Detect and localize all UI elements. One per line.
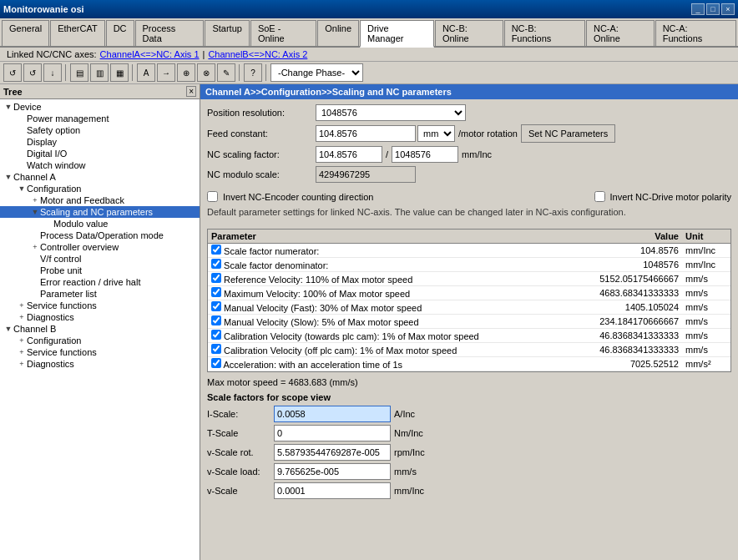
- feed-constant-input[interactable]: [316, 125, 416, 142]
- tab-general[interactable]: General: [2, 20, 49, 46]
- nc-scaling-unit: mm/Inc: [462, 149, 492, 159]
- toolbar-btn8[interactable]: ✎: [217, 63, 235, 82]
- tree-header: Tree ×: [0, 84, 200, 99]
- tree-channel-a[interactable]: ▼ Channel A: [0, 171, 200, 183]
- tree-modulo[interactable]: Modulo value: [0, 218, 200, 230]
- feed-unit-select[interactable]: mm: [417, 125, 455, 142]
- per-rotation-label: /motor rotation: [458, 129, 518, 139]
- tab-process-data[interactable]: Process Data: [135, 20, 205, 46]
- tree-power-mgmt[interactable]: Power management: [0, 113, 200, 124]
- scale-input-3[interactable]: [274, 463, 391, 480]
- table-row[interactable]: Manual Velocity (Slow): 5% of Max motor …: [208, 315, 730, 329]
- window-controls[interactable]: _ □ ×: [691, 3, 735, 15]
- table-row[interactable]: Scale factor numerator: 104.8576 mm/Inc: [208, 244, 730, 258]
- table-row[interactable]: Manual Velocity (Fast): 30% of Max motor…: [208, 300, 730, 315]
- row-checkbox-0[interactable]: [211, 245, 221, 255]
- row-checkbox-5[interactable]: [211, 315, 221, 325]
- help-btn[interactable]: ?: [244, 63, 262, 82]
- tree-error-reaction[interactable]: Error reaction / drive halt: [0, 276, 200, 288]
- row-checkbox-6[interactable]: [211, 330, 221, 340]
- tab-nca-online[interactable]: NC-A: Online: [586, 20, 655, 46]
- set-nc-params-btn[interactable]: Set NC Parameters: [521, 124, 615, 143]
- position-resolution-select[interactable]: 1048576: [316, 104, 466, 121]
- toolbar-btn5[interactable]: →: [157, 63, 175, 82]
- toolbar: ↺ ↺ ↓ ▤ ▥ ▦ A → ⊕ ⊗ ✎ ? -Change Phase-: [0, 62, 738, 84]
- close-button[interactable]: ×: [721, 3, 735, 15]
- tab-ethercat[interactable]: EtherCAT: [50, 20, 104, 46]
- row-checkbox-2[interactable]: [211, 273, 221, 283]
- tree-service-funcs-b[interactable]: + Service functions: [0, 346, 200, 358]
- tab-online[interactable]: Online: [317, 20, 359, 46]
- maximize-button[interactable]: □: [706, 3, 720, 15]
- row-checkbox-1[interactable]: [211, 259, 221, 269]
- toolbar-btn2[interactable]: ▥: [90, 63, 109, 82]
- toolbar-btn6[interactable]: ⊕: [177, 63, 195, 82]
- tree-diagnostics-a[interactable]: + Diagnostics: [0, 311, 200, 323]
- tab-ncb-functions[interactable]: NC-B: Functions: [504, 20, 585, 46]
- row-checkbox-4[interactable]: [211, 301, 221, 311]
- position-resolution-section: Position resolution: 1048576 Feed consta…: [200, 99, 738, 191]
- scale-unit-3: mm/s: [394, 467, 417, 477]
- table-row[interactable]: Scale factor denominator: 1048576 mm/Inc: [208, 258, 730, 272]
- tree-controller-overview[interactable]: + Controller overview: [0, 241, 200, 253]
- scale-input-0[interactable]: [274, 406, 391, 422]
- tab-nca-functions[interactable]: NC-A: Functions: [655, 20, 736, 46]
- tree-device[interactable]: ▼ Device: [0, 101, 200, 113]
- scale-input-1[interactable]: [274, 425, 391, 441]
- toolbar-btn7[interactable]: ⊗: [197, 63, 215, 82]
- nc-scaling-val2[interactable]: [392, 146, 458, 163]
- refresh2-btn[interactable]: ↺: [23, 63, 42, 82]
- tree-motor-feedback[interactable]: + Motor and Feedback: [0, 194, 200, 206]
- tree-digital-io[interactable]: Digital I/O: [0, 148, 200, 159]
- param-table: Parameter Value Unit Scale factor numera…: [208, 230, 730, 371]
- row-checkbox-8[interactable]: [211, 358, 221, 368]
- axis2-link[interactable]: ChannelB<=>NC: Axis 2: [208, 49, 307, 59]
- invert-encoder-checkbox[interactable]: [207, 191, 218, 202]
- tree-configuration[interactable]: ▼ Configuration: [0, 183, 200, 194]
- tree-scaling-nc[interactable]: ▼ Scaling and NC parameters: [0, 206, 200, 218]
- row-checkbox-3[interactable]: [211, 287, 221, 297]
- tree-safety[interactable]: Safety option: [0, 124, 200, 136]
- note-text: Default parameter settings for linked NC…: [207, 205, 731, 222]
- table-row[interactable]: Reference Velocity: 110% of Max motor sp…: [208, 272, 730, 286]
- menu-tabs: General EtherCAT DC Process Data Startup…: [0, 18, 738, 48]
- tree-config-b[interactable]: + Configuration: [0, 335, 200, 346]
- table-row[interactable]: Maximum Velocity: 100% of Max motor spee…: [208, 286, 730, 300]
- axis1-link[interactable]: ChannelA<=>NC: Axis 1: [100, 49, 200, 59]
- tree-display[interactable]: Display: [0, 136, 200, 148]
- tree-probe-unit[interactable]: Probe unit: [0, 265, 200, 276]
- refresh-btn[interactable]: ↺: [3, 63, 22, 82]
- tree-close-btn[interactable]: ×: [186, 86, 196, 97]
- tree-watch-window[interactable]: Watch window: [0, 159, 200, 171]
- table-row[interactable]: Calibration Velocity (towards plc cam): …: [208, 329, 730, 343]
- scale-input-4[interactable]: [274, 482, 391, 499]
- scale-input-2[interactable]: [274, 444, 391, 461]
- tab-drive-manager[interactable]: Drive Manager: [360, 20, 434, 48]
- minimize-button[interactable]: _: [691, 3, 705, 15]
- tab-startup[interactable]: Startup: [205, 20, 249, 46]
- table-row[interactable]: Calibration Velocity (off plc cam): 1% o…: [208, 343, 730, 357]
- nc-scaling-label: NC scaling factor:: [207, 149, 316, 159]
- nc-modulo-label: NC modulo scale:: [207, 169, 316, 179]
- tab-ncb-online[interactable]: NC-B: Online: [435, 20, 503, 46]
- toolbar-btn3[interactable]: ▦: [110, 63, 129, 82]
- phase-select[interactable]: -Change Phase-: [270, 63, 363, 82]
- tree-vf-control[interactable]: V/f control: [0, 253, 200, 265]
- download-btn[interactable]: ↓: [43, 63, 62, 82]
- row-checkbox-7[interactable]: [211, 344, 221, 354]
- tree-param-list[interactable]: Parameter list: [0, 288, 200, 300]
- tab-soe-online[interactable]: SoE - Online: [250, 20, 316, 46]
- tab-dc[interactable]: DC: [106, 20, 134, 46]
- tree-diagnostics-b[interactable]: + Diagnostics: [0, 358, 200, 370]
- invert-polarity-checkbox[interactable]: [594, 191, 605, 202]
- toolbar-btn1[interactable]: ▤: [70, 63, 88, 82]
- toolbar-btn4[interactable]: A: [137, 63, 155, 82]
- tree-channel-b[interactable]: ▼ Channel B: [0, 323, 200, 335]
- tree-process-data-op[interactable]: Process Data/Operation mode: [0, 230, 200, 241]
- nc-modulo-input[interactable]: [316, 166, 416, 183]
- scale-row: v-Scale rot. rpm/Inc: [207, 444, 731, 461]
- tree-service-funcs-a[interactable]: + Service functions: [0, 300, 200, 311]
- table-row[interactable]: Acceleration: with an acceleration time …: [208, 357, 730, 371]
- nc-scaling-val1[interactable]: [316, 146, 382, 163]
- content-header: Channel A>>Configuration>>Scaling and NC…: [200, 84, 738, 99]
